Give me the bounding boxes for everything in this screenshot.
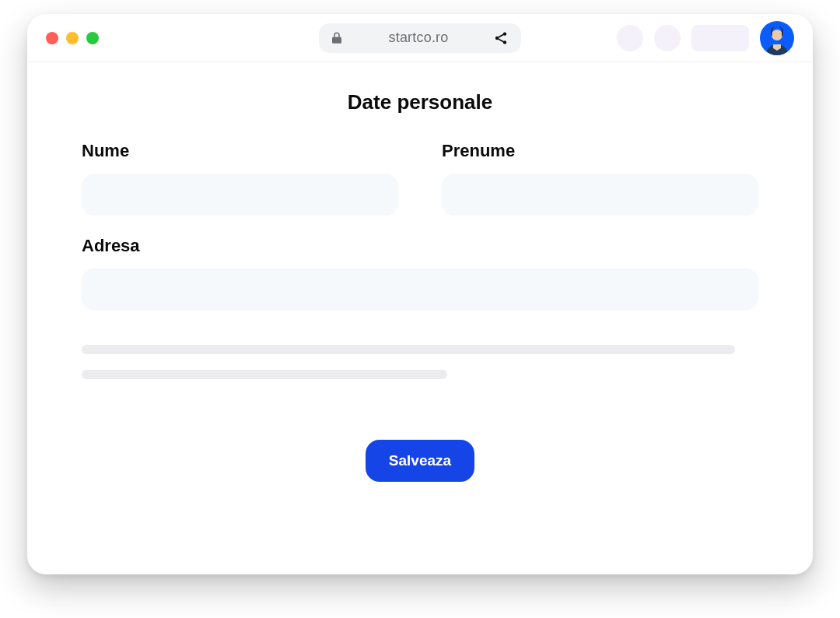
- maximize-window-button[interactable]: [86, 32, 99, 44]
- last-name-label: Nume: [82, 141, 398, 161]
- avatar[interactable]: [760, 21, 794, 55]
- field-first-name: Prenume: [442, 141, 758, 216]
- url-host: startco.ro: [388, 30, 448, 46]
- form-row: Nume Prenume: [82, 141, 758, 216]
- first-name-input[interactable]: [442, 174, 758, 216]
- minimize-window-button[interactable]: [66, 32, 79, 44]
- browser-window: startco.ro: [27, 14, 813, 574]
- skeleton-placeholder: [82, 345, 758, 379]
- header-placeholder-rect: [691, 25, 749, 51]
- header-placeholder-circle: [654, 25, 681, 51]
- skeleton-line: [82, 345, 735, 354]
- page-content: Date personale Nume Prenume Adresa Salve…: [27, 62, 813, 482]
- save-button[interactable]: Salveaza: [366, 440, 474, 482]
- address-bar-container: startco.ro: [319, 23, 521, 53]
- form-actions: Salveaza: [82, 440, 758, 482]
- address-bar[interactable]: startco.ro: [319, 23, 521, 53]
- page-title: Date personale: [82, 90, 758, 114]
- svg-point-4: [772, 30, 782, 40]
- field-address: Adresa: [82, 236, 758, 311]
- form-row: Adresa: [82, 236, 758, 311]
- window-controls: [46, 32, 99, 44]
- lock-icon: [330, 31, 344, 45]
- first-name-label: Prenume: [442, 141, 758, 161]
- field-last-name: Nume: [82, 141, 398, 216]
- titlebar: startco.ro: [27, 14, 813, 62]
- header-placeholder-circle: [617, 25, 643, 51]
- last-name-input[interactable]: [82, 174, 398, 216]
- share-icon[interactable]: [493, 30, 509, 46]
- address-input[interactable]: [82, 269, 758, 311]
- address-label: Adresa: [82, 236, 758, 256]
- close-window-button[interactable]: [46, 32, 58, 44]
- header-actions: [617, 21, 794, 55]
- skeleton-line: [82, 370, 447, 379]
